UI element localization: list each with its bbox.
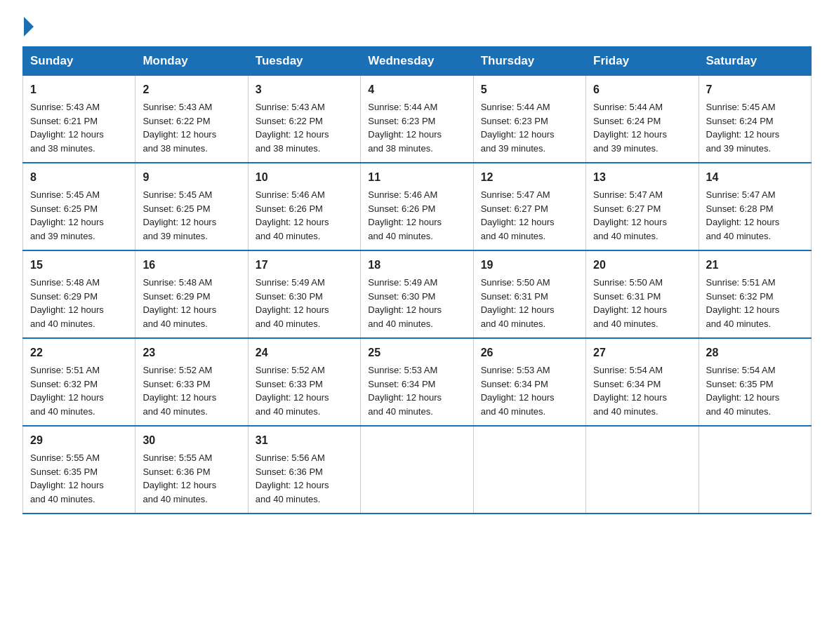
calendar-cell: 11 Sunrise: 5:46 AMSunset: 6:26 PMDaylig…: [361, 163, 473, 250]
calendar-cell: 22 Sunrise: 5:51 AMSunset: 6:32 PMDaylig…: [23, 338, 135, 426]
day-info: Sunrise: 5:50 AMSunset: 6:31 PMDaylight:…: [593, 277, 667, 329]
day-number: 11: [368, 169, 465, 186]
day-info: Sunrise: 5:43 AMSunset: 6:22 PMDaylight:…: [143, 102, 216, 154]
day-header-sunday: Sunday: [23, 47, 135, 76]
day-info: Sunrise: 5:56 AMSunset: 6:36 PMDaylight:…: [256, 452, 329, 504]
day-number: 8: [30, 169, 128, 186]
day-info: Sunrise: 5:52 AMSunset: 6:33 PMDaylight:…: [143, 365, 216, 417]
calendar-cell: 2 Sunrise: 5:43 AMSunset: 6:22 PMDayligh…: [135, 76, 248, 163]
day-info: Sunrise: 5:55 AMSunset: 6:36 PMDaylight:…: [143, 452, 216, 504]
day-number: 9: [143, 169, 240, 186]
day-number: 16: [143, 257, 240, 274]
day-number: 26: [481, 344, 578, 361]
calendar-cell: 8 Sunrise: 5:45 AMSunset: 6:25 PMDayligh…: [23, 163, 135, 250]
calendar-cell: 19 Sunrise: 5:50 AMSunset: 6:31 PMDaylig…: [473, 250, 585, 338]
day-number: 21: [706, 257, 804, 274]
day-number: 22: [30, 344, 128, 361]
day-info: Sunrise: 5:46 AMSunset: 6:26 PMDaylight:…: [256, 189, 329, 241]
day-number: 4: [368, 81, 465, 98]
day-info: Sunrise: 5:44 AMSunset: 6:23 PMDaylight:…: [368, 102, 442, 154]
day-number: 20: [593, 257, 691, 274]
calendar-cell: [473, 426, 585, 514]
day-number: 25: [368, 344, 465, 361]
calendar-cell: 10 Sunrise: 5:46 AMSunset: 6:26 PMDaylig…: [248, 163, 360, 250]
day-number: 6: [593, 81, 691, 98]
calendar-week-1: 1 Sunrise: 5:43 AMSunset: 6:21 PMDayligh…: [23, 76, 812, 163]
day-info: Sunrise: 5:48 AMSunset: 6:29 PMDaylight:…: [143, 277, 216, 329]
calendar-cell: 25 Sunrise: 5:53 AMSunset: 6:34 PMDaylig…: [361, 338, 473, 426]
calendar-cell: 6 Sunrise: 5:44 AMSunset: 6:24 PMDayligh…: [586, 76, 699, 163]
calendar-cell: [586, 426, 699, 514]
day-number: 5: [481, 81, 578, 98]
calendar-cell: 9 Sunrise: 5:45 AMSunset: 6:25 PMDayligh…: [135, 163, 248, 250]
day-header-saturday: Saturday: [699, 47, 811, 76]
day-number: 31: [256, 432, 353, 449]
day-number: 30: [143, 432, 240, 449]
day-info: Sunrise: 5:54 AMSunset: 6:35 PMDaylight:…: [706, 365, 780, 417]
day-info: Sunrise: 5:51 AMSunset: 6:32 PMDaylight:…: [706, 277, 780, 329]
calendar-week-2: 8 Sunrise: 5:45 AMSunset: 6:25 PMDayligh…: [23, 163, 812, 250]
calendar-cell: 17 Sunrise: 5:49 AMSunset: 6:30 PMDaylig…: [248, 250, 360, 338]
day-info: Sunrise: 5:53 AMSunset: 6:34 PMDaylight:…: [481, 365, 555, 417]
logo-top: [22, 17, 34, 36]
day-number: 3: [256, 81, 353, 98]
day-info: Sunrise: 5:45 AMSunset: 6:25 PMDaylight:…: [30, 189, 104, 241]
day-number: 15: [30, 257, 128, 274]
day-number: 17: [256, 257, 353, 274]
day-info: Sunrise: 5:51 AMSunset: 6:32 PMDaylight:…: [30, 365, 104, 417]
calendar-cell: 29 Sunrise: 5:55 AMSunset: 6:35 PMDaylig…: [23, 426, 135, 514]
day-info: Sunrise: 5:47 AMSunset: 6:27 PMDaylight:…: [593, 189, 667, 241]
page-header: [22, 17, 812, 34]
day-header-friday: Friday: [586, 47, 699, 76]
day-number: 14: [706, 169, 804, 186]
day-info: Sunrise: 5:43 AMSunset: 6:22 PMDaylight:…: [256, 102, 329, 154]
day-number: 1: [30, 81, 128, 98]
day-info: Sunrise: 5:47 AMSunset: 6:28 PMDaylight:…: [706, 189, 780, 241]
calendar-week-5: 29 Sunrise: 5:55 AMSunset: 6:35 PMDaylig…: [23, 426, 812, 514]
day-number: 27: [593, 344, 691, 361]
calendar-cell: 31 Sunrise: 5:56 AMSunset: 6:36 PMDaylig…: [248, 426, 360, 514]
calendar-header: SundayMondayTuesdayWednesdayThursdayFrid…: [23, 47, 812, 76]
calendar-cell: 21 Sunrise: 5:51 AMSunset: 6:32 PMDaylig…: [699, 250, 811, 338]
day-number: 28: [706, 344, 804, 361]
day-info: Sunrise: 5:46 AMSunset: 6:26 PMDaylight:…: [368, 189, 442, 241]
calendar-cell: 28 Sunrise: 5:54 AMSunset: 6:35 PMDaylig…: [699, 338, 811, 426]
day-info: Sunrise: 5:49 AMSunset: 6:30 PMDaylight:…: [368, 277, 442, 329]
day-info: Sunrise: 5:47 AMSunset: 6:27 PMDaylight:…: [481, 189, 555, 241]
day-info: Sunrise: 5:45 AMSunset: 6:25 PMDaylight:…: [143, 189, 216, 241]
day-number: 19: [481, 257, 578, 274]
day-number: 12: [481, 169, 578, 186]
day-header-monday: Monday: [135, 47, 248, 76]
day-info: Sunrise: 5:53 AMSunset: 6:34 PMDaylight:…: [368, 365, 442, 417]
day-number: 7: [706, 81, 804, 98]
calendar-cell: 12 Sunrise: 5:47 AMSunset: 6:27 PMDaylig…: [473, 163, 585, 250]
day-info: Sunrise: 5:48 AMSunset: 6:29 PMDaylight:…: [30, 277, 104, 329]
day-header-thursday: Thursday: [473, 47, 585, 76]
day-info: Sunrise: 5:49 AMSunset: 6:30 PMDaylight:…: [256, 277, 329, 329]
calendar-cell: 30 Sunrise: 5:55 AMSunset: 6:36 PMDaylig…: [135, 426, 248, 514]
calendar-table: SundayMondayTuesdayWednesdayThursdayFrid…: [22, 46, 812, 514]
day-info: Sunrise: 5:50 AMSunset: 6:31 PMDaylight:…: [481, 277, 555, 329]
calendar-cell: 27 Sunrise: 5:54 AMSunset: 6:34 PMDaylig…: [586, 338, 699, 426]
calendar-cell: 23 Sunrise: 5:52 AMSunset: 6:33 PMDaylig…: [135, 338, 248, 426]
calendar-cell: 20 Sunrise: 5:50 AMSunset: 6:31 PMDaylig…: [586, 250, 699, 338]
day-number: 10: [256, 169, 353, 186]
calendar-cell: 18 Sunrise: 5:49 AMSunset: 6:30 PMDaylig…: [361, 250, 473, 338]
day-header-tuesday: Tuesday: [248, 47, 360, 76]
day-info: Sunrise: 5:55 AMSunset: 6:35 PMDaylight:…: [30, 452, 104, 504]
day-header-wednesday: Wednesday: [361, 47, 473, 76]
calendar-cell: 1 Sunrise: 5:43 AMSunset: 6:21 PMDayligh…: [23, 76, 135, 163]
day-number: 2: [143, 81, 240, 98]
day-info: Sunrise: 5:52 AMSunset: 6:33 PMDaylight:…: [256, 365, 329, 417]
day-info: Sunrise: 5:45 AMSunset: 6:24 PMDaylight:…: [706, 102, 780, 154]
day-number: 29: [30, 432, 128, 449]
calendar-cell: 14 Sunrise: 5:47 AMSunset: 6:28 PMDaylig…: [699, 163, 811, 250]
day-info: Sunrise: 5:43 AMSunset: 6:21 PMDaylight:…: [30, 102, 104, 154]
day-number: 23: [143, 344, 240, 361]
day-info: Sunrise: 5:44 AMSunset: 6:23 PMDaylight:…: [481, 102, 555, 154]
day-info: Sunrise: 5:44 AMSunset: 6:24 PMDaylight:…: [593, 102, 667, 154]
day-number: 18: [368, 257, 465, 274]
calendar-cell: 13 Sunrise: 5:47 AMSunset: 6:27 PMDaylig…: [586, 163, 699, 250]
calendar-cell: 4 Sunrise: 5:44 AMSunset: 6:23 PMDayligh…: [361, 76, 473, 163]
calendar-cell: [361, 426, 473, 514]
